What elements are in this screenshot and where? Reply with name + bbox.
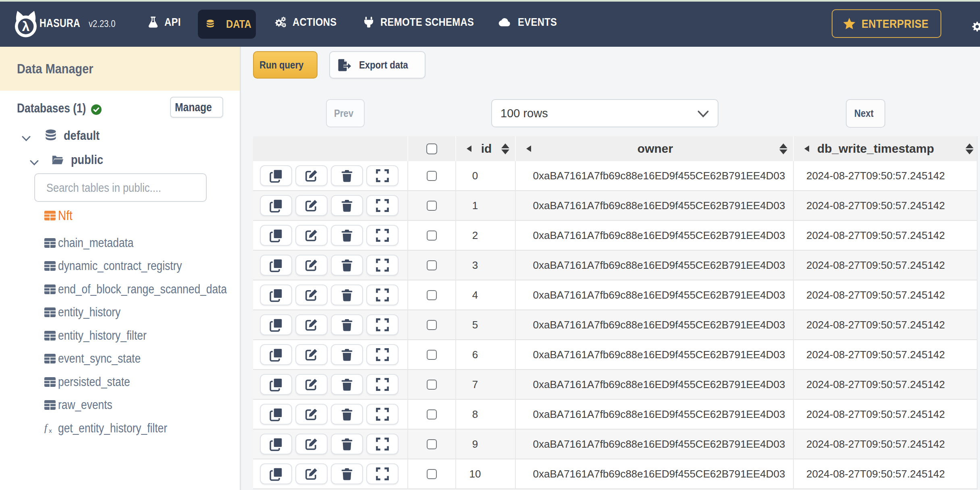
svg-text:f: f — [44, 423, 48, 433]
svg-text:λ: λ — [22, 19, 30, 34]
svg-text:x: x — [49, 427, 52, 434]
